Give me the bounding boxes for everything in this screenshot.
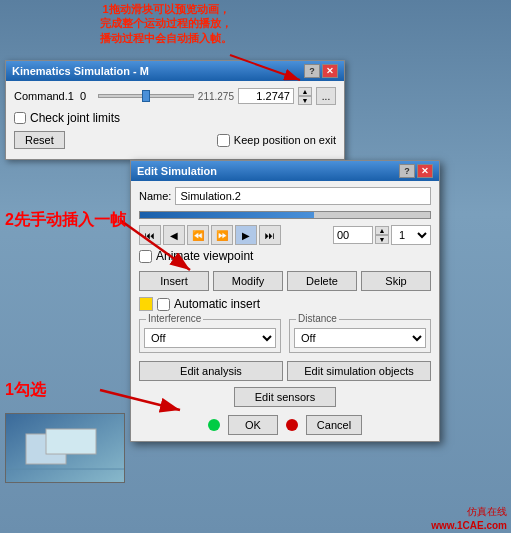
reset-row: Reset Keep position on exit: [14, 131, 336, 149]
animate-viewpoint-checkbox[interactable]: [139, 250, 152, 263]
keep-pos-checkbox[interactable]: [217, 134, 230, 147]
auto-insert-label: Automatic insert: [174, 297, 260, 311]
edit-simulation-objects-button[interactable]: Edit simulation objects: [287, 361, 431, 381]
edit-sensors-row: Edit sensors: [139, 387, 431, 407]
interference-distance-section: Interference Off Distance Off: [139, 319, 431, 353]
check-joint-checkbox[interactable]: [14, 112, 26, 124]
delete-button[interactable]: Delete: [287, 271, 357, 291]
svg-rect-8: [46, 429, 96, 454]
interference-group: Interference Off: [139, 319, 281, 353]
edit-sim-title-buttons: ? ✕: [399, 164, 433, 178]
spinner-up[interactable]: ▲: [298, 87, 312, 96]
spinner-down[interactable]: ▼: [298, 96, 312, 105]
skip-button[interactable]: Skip: [361, 271, 431, 291]
edit-simulation-window: Edit Simulation ? ✕ Name: Simulation.2 ⏮…: [130, 160, 440, 442]
playback-to-start-button[interactable]: ⏮: [139, 225, 161, 245]
command-row: Command.1 0 211.275 1.2747 ▲ ▼ ...: [14, 87, 336, 105]
edit-analysis-button[interactable]: Edit analysis: [139, 361, 283, 381]
animate-viewpoint-label: Animate viewpoint: [156, 249, 253, 263]
check-joint-label: Check joint limits: [30, 111, 120, 125]
ok-button[interactable]: OK: [228, 415, 278, 435]
kin-body: Command.1 0 211.275 1.2747 ▲ ▼ ... Check…: [6, 81, 344, 159]
playback-next-frame-button[interactable]: ⏩: [211, 225, 233, 245]
distance-group: Distance Off: [289, 319, 431, 353]
edit-sensors-button[interactable]: Edit sensors: [234, 387, 337, 407]
fps-spinner-down[interactable]: ▼: [375, 235, 389, 244]
edit-sim-body: Name: Simulation.2 ⏮ ◀ ⏪ ⏩ ▶ ⏭ ▲ ▼ 1 5: [131, 181, 439, 441]
slider-end-label: 211.275: [198, 91, 234, 102]
animate-viewpoint-row: Animate viewpoint: [139, 249, 431, 263]
auto-insert-icon: [139, 297, 153, 311]
name-input[interactable]: Simulation.2: [175, 187, 431, 205]
modify-button[interactable]: Modify: [213, 271, 283, 291]
ellipsis-button[interactable]: ...: [316, 87, 336, 105]
kinematics-window: Kinematics Simulation - M ? ✕ Command.1 …: [5, 60, 345, 160]
simulation-progress-bar[interactable]: [139, 211, 431, 219]
keep-pos-section: Keep position on exit: [217, 134, 336, 147]
distance-select[interactable]: Off: [294, 328, 426, 348]
playback-play-button[interactable]: ▶: [235, 225, 257, 245]
playback-prev-frame-button[interactable]: ⏪: [187, 225, 209, 245]
check-joint-row: Check joint limits: [14, 111, 336, 125]
time-input[interactable]: [333, 226, 373, 244]
edit-sim-title: Edit Simulation: [137, 165, 399, 177]
action-buttons: Insert Modify Delete Skip: [139, 271, 431, 291]
reset-button[interactable]: Reset: [14, 131, 65, 149]
playback-prev-button[interactable]: ◀: [163, 225, 185, 245]
thumbnail-svg: [6, 414, 125, 483]
interference-legend: Interference: [146, 313, 203, 324]
keep-pos-label: Keep position on exit: [234, 134, 336, 146]
auto-insert-row: Automatic insert: [139, 297, 431, 311]
command-slider-track[interactable]: [98, 94, 194, 98]
command-slider-thumb[interactable]: [142, 90, 150, 102]
kin-title-buttons: ? ✕: [304, 64, 338, 78]
edit-sim-titlebar: Edit Simulation ? ✕: [131, 161, 439, 181]
kin-titlebar: Kinematics Simulation - M ? ✕: [6, 61, 344, 81]
kin-close-button[interactable]: ✕: [322, 64, 338, 78]
cancel-red-dot: [286, 419, 298, 431]
distance-legend: Distance: [296, 313, 339, 324]
fps-spinners: ▲ ▼: [375, 226, 389, 244]
fps-dropdown[interactable]: 1 5 10 25: [391, 225, 431, 245]
fps-spinner-up[interactable]: ▲: [375, 226, 389, 235]
preview-thumbnail: [5, 413, 125, 483]
kin-help-button[interactable]: ?: [304, 64, 320, 78]
ok-green-dot: [208, 419, 220, 431]
command-label: Command.1 0: [14, 90, 94, 102]
bottom-buttons-1: Edit analysis Edit simulation objects: [139, 361, 431, 381]
name-label: Name:: [139, 190, 171, 202]
command-slider-container: [98, 89, 194, 103]
name-row: Name: Simulation.2: [139, 187, 431, 205]
ok-cancel-row: OK Cancel: [139, 415, 431, 435]
insert-button[interactable]: Insert: [139, 271, 209, 291]
edit-sim-close-button[interactable]: ✕: [417, 164, 433, 178]
interference-select[interactable]: Off: [144, 328, 276, 348]
kin-title: Kinematics Simulation - M: [12, 65, 304, 77]
auto-insert-checkbox[interactable]: [157, 298, 170, 311]
playback-to-end-button[interactable]: ⏭: [259, 225, 281, 245]
cancel-button[interactable]: Cancel: [306, 415, 362, 435]
command-value-box[interactable]: 1.2747: [238, 88, 294, 104]
edit-sim-help-button[interactable]: ?: [399, 164, 415, 178]
command-spinners: ▲ ▼: [298, 87, 312, 105]
playback-controls: ⏮ ◀ ⏪ ⏩ ▶ ⏭ ▲ ▼ 1 5 10 25: [139, 225, 431, 245]
